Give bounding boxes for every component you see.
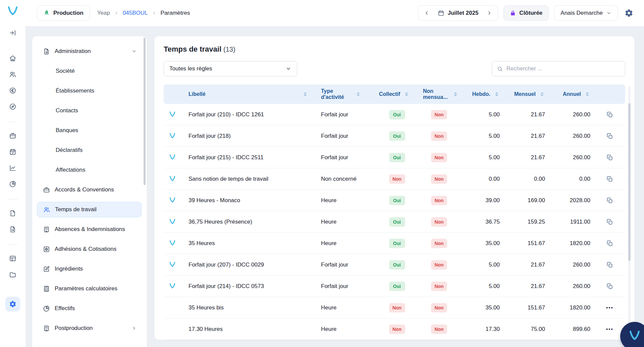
user-menu[interactable]: Anais Demarche — [554, 5, 618, 21]
sidebar-subitem[interactable]: Déclaratifs — [37, 142, 142, 158]
rail-item-euro-circle-icon[interactable] — [5, 83, 20, 98]
brand-logo[interactable] — [6, 5, 19, 18]
rail-item-pie-chart-icon[interactable] — [5, 177, 20, 191]
rail-item-document-export-icon[interactable] — [5, 222, 20, 237]
table-row[interactable]: Forfait jour (210) - IDCC 1261Forfait jo… — [164, 104, 625, 125]
rail-item-briefcase-icon[interactable] — [5, 128, 20, 143]
row-mensuel: 151.67 — [504, 240, 549, 247]
rail-item-document-icon[interactable] — [5, 206, 20, 221]
brand-logo-icon — [169, 154, 176, 161]
sort-icon[interactable] — [302, 91, 308, 97]
row-annuel: 260.00 — [549, 262, 594, 268]
table-row[interactable]: 39 Heures - MonacoHeureOuiNon39.00169.00… — [164, 190, 625, 211]
previous-period-button[interactable] — [422, 9, 431, 17]
badge-non: Non — [431, 260, 447, 270]
table-row[interactable]: 17.30 HeuresHeureNonNon17.3075.00899.60•… — [164, 319, 625, 340]
rules-filter-select[interactable]: Toutes les règles — [164, 61, 297, 76]
column-header-non-mensualise[interactable]: Non mensua... — [420, 88, 459, 101]
period-display[interactable]: Juillet 2025 — [436, 10, 481, 16]
copy-button[interactable] — [604, 238, 615, 249]
sidebar-item[interactable]: Adhésions & Cotisations — [37, 241, 142, 257]
table-row[interactable]: 35 HeuresHeureOuiNon35.00151.671820.00 — [164, 233, 625, 254]
next-period-button[interactable] — [485, 9, 494, 17]
rail-item-settings-icon[interactable] — [5, 297, 20, 311]
search-input[interactable] — [506, 65, 620, 72]
sidebar-item[interactable]: Postproduction — [37, 321, 142, 336]
rail-item-users-icon[interactable] — [5, 67, 20, 82]
status-badge[interactable]: Clôturée — [503, 5, 549, 21]
sort-icon[interactable] — [494, 91, 500, 97]
sort-icon[interactable] — [539, 91, 545, 97]
rail-item-enter-icon[interactable] — [5, 25, 20, 40]
rail-item-folder-icon[interactable] — [5, 267, 20, 282]
sidebar-subitem[interactable]: Établissements — [37, 83, 142, 99]
badge-oui: Oui — [389, 110, 405, 119]
copy-button[interactable] — [604, 195, 615, 206]
breadcrumb-client[interactable]: 045BOUL — [123, 10, 148, 16]
rail-divider — [8, 199, 17, 199]
column-header-collectif[interactable]: Collectif — [374, 91, 420, 97]
sidebar-item[interactable]: Paramètres calculatoires — [37, 281, 142, 296]
badge-non: Non — [389, 174, 405, 184]
badge-non: Non — [431, 217, 447, 227]
sidebar-item[interactable]: Temps de travail — [37, 202, 142, 217]
sidebar-item[interactable]: Accords & Conventions — [37, 182, 142, 197]
copy-button[interactable] — [604, 174, 615, 184]
sidebar-item[interactable]: Absences & Indemnisations — [37, 222, 142, 237]
copy-button[interactable] — [604, 152, 615, 163]
copy-button[interactable] — [604, 131, 615, 141]
table-row[interactable]: Forfait jour (214) - IDCC 0573Forfait jo… — [164, 276, 625, 297]
column-header-mensuel[interactable]: Mensuel — [504, 91, 549, 97]
brand-logo-icon — [628, 330, 641, 343]
user-name: Anais Demarche — [560, 10, 603, 16]
sidebar-scrollbar[interactable] — [144, 38, 146, 185]
row-hebdo: 0.00 — [459, 176, 504, 182]
column-header-libelle[interactable]: Libellé — [164, 91, 317, 97]
sidebar-item[interactable]: Administration — [37, 44, 142, 59]
table-row[interactable]: Forfait jour (218)Forfait jourOuiNon5.00… — [164, 125, 625, 147]
sidebar-subitem[interactable]: Société — [37, 63, 142, 79]
sidebar-subitem[interactable]: Affectations — [37, 162, 142, 178]
copy-button[interactable] — [604, 281, 615, 292]
badge-oui: Oui — [389, 282, 405, 291]
row-hebdo: 5.00 — [459, 154, 504, 161]
rail-item-table-icon[interactable] — [5, 251, 20, 266]
row-mensuel: 21.67 — [504, 133, 549, 139]
table-row[interactable]: Forfait jour (215) - IDCC 2511Forfait jo… — [164, 147, 625, 168]
rail-item-compass-icon[interactable] — [5, 99, 20, 114]
table-row[interactable]: Forfait jour (207) - IDCC 0029Forfait jo… — [164, 254, 625, 276]
rail-item-calendar-check-icon[interactable] — [5, 144, 20, 159]
sort-icon[interactable] — [452, 91, 459, 97]
rail-item-home-icon[interactable] — [5, 51, 20, 66]
sort-icon[interactable] — [404, 91, 410, 97]
sidebar-subitem[interactable]: Banques — [37, 123, 142, 138]
row-type: Heure — [317, 304, 374, 311]
edit-icon — [43, 266, 50, 273]
sidebar-item[interactable]: Ingrédients — [37, 261, 142, 277]
column-header-annuel[interactable]: Annuel — [549, 91, 594, 97]
column-header-type[interactable]: Type d'activité — [317, 88, 374, 101]
sidebar-item-label: Administration — [55, 48, 127, 55]
table-row[interactable]: 36,75 Heures (Présence)HeureOuiNon36.751… — [164, 211, 625, 233]
sort-icon[interactable] — [355, 91, 361, 97]
copy-button[interactable] — [604, 259, 615, 270]
column-header-hebdo[interactable]: Hebdo. — [459, 91, 504, 97]
row-label: 35 Heures — [181, 240, 317, 247]
breadcrumb-root[interactable]: Yeap — [97, 10, 110, 16]
environment-badge[interactable]: Production — [37, 5, 90, 21]
chevron-right-icon — [114, 11, 119, 15]
settings-icon[interactable] — [623, 7, 635, 19]
copy-button[interactable] — [604, 217, 615, 227]
table-row[interactable]: 35 Heures bisHeureNonNon35.00151.671820.… — [164, 297, 625, 319]
worktime-table: Libellé Type d'activité Collectif Non me… — [164, 84, 625, 340]
table-row[interactable]: Sans notion de temps de travailNon conce… — [164, 168, 625, 190]
sidebar-item[interactable]: Effectifs — [37, 301, 142, 316]
sort-icon[interactable] — [584, 91, 590, 97]
sidebar-subitem[interactable]: Contacts — [37, 103, 142, 118]
rail-item-chart-line-icon[interactable] — [5, 161, 20, 175]
more-actions-button[interactable]: ••• — [604, 324, 615, 334]
more-actions-button[interactable]: ••• — [604, 303, 615, 312]
table-scrollbar[interactable] — [628, 103, 631, 261]
copy-button[interactable] — [604, 109, 615, 120]
building-icon — [43, 226, 50, 233]
